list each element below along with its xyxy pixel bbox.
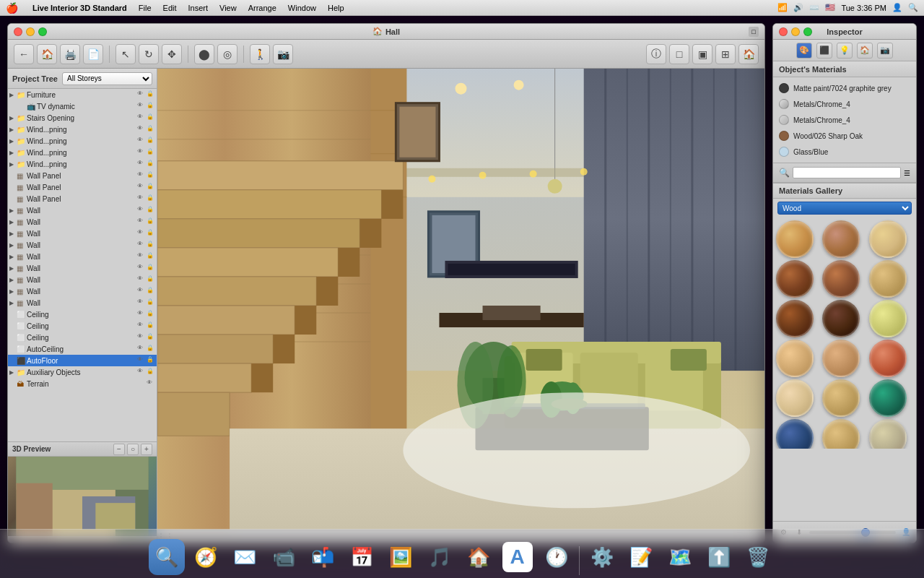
material-item-wood-oak[interactable]: Wood/026 Sharp Oak: [773, 128, 916, 144]
lock-action[interactable]: 🔒: [147, 333, 155, 342]
dock-stickies[interactable]: 📝: [623, 539, 659, 575]
eye-action[interactable]: 👁: [137, 322, 146, 330]
swatch-green[interactable]: [869, 379, 907, 417]
eye-action[interactable]: 👁: [137, 102, 146, 111]
lock-action[interactable]: 🔒: [147, 264, 155, 272]
eye-action[interactable]: 👁: [137, 217, 146, 226]
maximize-button[interactable]: [38, 27, 47, 36]
tree-item-wall-6[interactable]: ▶ ▦ Wall 👁🔒: [8, 262, 157, 274]
swatch-natural[interactable]: [822, 419, 860, 449]
lock-action[interactable]: 🔒: [147, 206, 155, 215]
tree-item-wall-panel-3[interactable]: ▦ Wall Panel 👁🔒: [8, 193, 157, 204]
lock-action[interactable]: 🔒: [147, 194, 155, 203]
lock-action[interactable]: 🔒: [147, 252, 155, 261]
zoom-reset-button[interactable]: ○: [127, 444, 139, 455]
back-button[interactable]: ←: [14, 44, 34, 64]
tree-item-auto-floor[interactable]: ⬛ AutoFloor 👁🔒: [8, 355, 157, 366]
lock-action[interactable]: 🔒: [147, 125, 155, 134]
menu-arrange[interactable]: Arrange: [248, 4, 276, 12]
material-search-input[interactable]: [793, 167, 901, 178]
eye-action[interactable]: 👁: [137, 264, 146, 272]
material-item-glass-blue[interactable]: Glass/Blue: [773, 144, 916, 160]
3d-viewport[interactable]: ⋮⋮: [157, 69, 764, 543]
window-zoom-button[interactable]: □: [749, 27, 759, 37]
dock-mail[interactable]: ✉️: [227, 539, 263, 575]
lock-action[interactable]: 🔒: [147, 356, 155, 365]
eye-action[interactable]: 👁: [137, 241, 146, 249]
menu-edit[interactable]: Edit: [163, 4, 177, 12]
swatch-pine[interactable]: [776, 340, 814, 377]
minimize-button[interactable]: [26, 27, 35, 36]
camera-tool-button[interactable]: 📷: [273, 44, 293, 64]
view-mode-3-button[interactable]: ⊞: [715, 44, 736, 64]
material-menu-icon[interactable]: ☰: [904, 169, 910, 177]
eye-action[interactable]: 👁: [137, 171, 146, 180]
print-button[interactable]: 📄: [83, 44, 103, 64]
tree-item-stairs[interactable]: ▶ 📁 Stairs Opening 👁🔒: [8, 112, 157, 124]
view-mode-4-button[interactable]: 🏠: [738, 44, 759, 64]
tree-item-wall-panel-2[interactable]: ▦ Wall Panel 👁🔒: [8, 181, 157, 193]
swatch-cherry[interactable]: [869, 340, 907, 377]
tree-item-wall-2[interactable]: ▶ ▦ Wall 👁🔒: [8, 216, 157, 228]
zoom-in-button[interactable]: +: [141, 444, 152, 455]
tree-item-furniture[interactable]: ▶ 📁 Furniture 👁🔒: [8, 89, 157, 100]
tree-item-wall-5[interactable]: ▶ ▦ Wall 👁🔒: [8, 251, 157, 262]
tree-item-terrain[interactable]: 🏔 Terrain 👁: [8, 378, 157, 389]
dock-sys-prefs[interactable]: ⚙️: [584, 539, 620, 575]
dock-app-store[interactable]: A: [500, 539, 536, 575]
lock-action[interactable]: 🔒: [147, 287, 155, 296]
eye-action[interactable]: 👁: [137, 368, 146, 376]
lock-action[interactable]: 🔒: [147, 275, 155, 284]
tree-item-wind-1[interactable]: ▶ 📁 Wind...pning 👁🔒: [8, 124, 157, 135]
move-tool-button[interactable]: ✥: [162, 44, 182, 64]
swatch-ebony[interactable]: [822, 300, 860, 337]
tree-item-wind-2[interactable]: ▶ 📁 Wind...pning 👁🔒: [8, 135, 157, 147]
swatch-beech[interactable]: [822, 379, 860, 417]
gallery-filter-select[interactable]: Wood: [777, 202, 912, 215]
menu-view[interactable]: View: [219, 4, 237, 12]
tree-item-wall-7[interactable]: ▶ ▦ Wall 👁🔒: [8, 274, 157, 285]
material-item-chrome-2[interactable]: Metals/Chrome_4: [773, 112, 916, 128]
tab-materials-button[interactable]: 🎨: [796, 43, 812, 59]
view-mode-1-button[interactable]: □: [669, 44, 689, 64]
tree-item-ceiling-3[interactable]: ⬜ Ceiling 👁🔒: [8, 332, 157, 343]
swatch-ash[interactable]: [869, 260, 907, 298]
dock-photos[interactable]: 🖼️: [383, 539, 419, 575]
eye-action[interactable]: 👁: [147, 379, 155, 388]
tab-object-button[interactable]: ⬛: [816, 43, 832, 59]
eye-action[interactable]: 👁: [137, 194, 146, 203]
lock-action[interactable]: 🔒: [147, 368, 155, 376]
eye-action[interactable]: 👁: [137, 137, 146, 145]
swatch-light-oak[interactable]: [776, 220, 814, 258]
lock-action[interactable]: 🔒: [147, 229, 155, 238]
eye-action[interactable]: 👁: [137, 229, 146, 238]
material-item-chrome-1[interactable]: Metals/Chrome_4: [773, 96, 916, 112]
eye-action[interactable]: 👁: [137, 90, 146, 99]
eye-action[interactable]: 👁: [137, 333, 146, 342]
swatch-maple[interactable]: [776, 379, 814, 417]
lock-action[interactable]: 🔒: [147, 310, 155, 319]
search-icon[interactable]: 🔍: [908, 3, 918, 12]
nav-home-button[interactable]: 🏠: [37, 44, 57, 64]
eye-action[interactable]: 👁: [137, 356, 146, 365]
lock-action[interactable]: 🔒: [147, 171, 155, 180]
eye-action[interactable]: 👁: [137, 125, 146, 134]
select-tool-button[interactable]: ↖: [116, 44, 136, 64]
eye-action[interactable]: 👁: [137, 206, 146, 215]
tree-item-auto-ceiling[interactable]: ⬜ AutoCeiling 👁🔒: [8, 343, 157, 355]
eye-action[interactable]: 👁: [137, 345, 146, 353]
tab-lighting-button[interactable]: 💡: [837, 43, 853, 59]
close-button[interactable]: [14, 27, 22, 36]
tree-item-wall-panel-1[interactable]: ▦ Wall Panel 👁🔒: [8, 170, 157, 181]
save-button[interactable]: 🖨️: [60, 44, 80, 64]
eye-action[interactable]: 👁: [137, 183, 146, 191]
rotate-tool-button[interactable]: ↻: [139, 44, 159, 64]
walk-tool-button[interactable]: 🚶: [250, 44, 270, 64]
dock-facetime[interactable]: 📹: [266, 539, 302, 575]
app-name[interactable]: Live Interior 3D Standard: [32, 4, 127, 12]
lock-action[interactable]: 🔒: [147, 160, 155, 168]
inspector-minimize-button[interactable]: [791, 27, 800, 36]
lock-action[interactable]: 🔒: [147, 148, 155, 157]
dock-trash[interactable]: 🗑️: [740, 539, 776, 575]
swatch-navy[interactable]: [776, 419, 814, 449]
